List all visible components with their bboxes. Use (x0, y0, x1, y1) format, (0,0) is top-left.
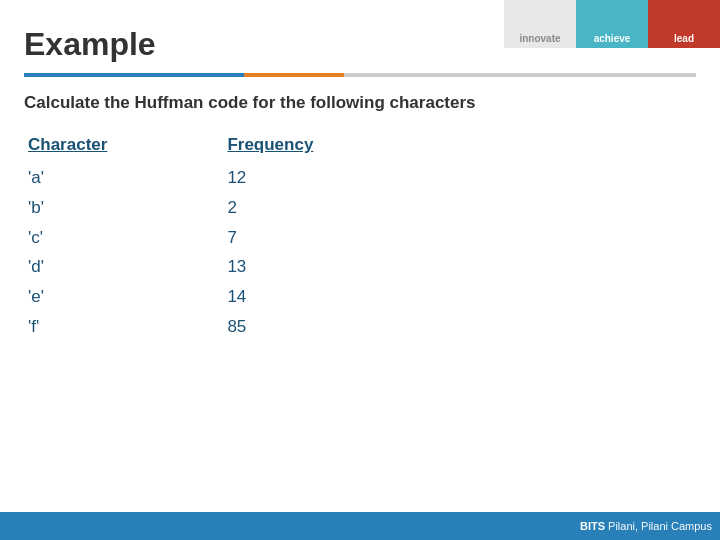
page-title: Example (24, 26, 696, 63)
bottom-bar: BITS Pilani, Pilani Campus (0, 512, 720, 540)
list-item: 14 (227, 282, 313, 312)
frequency-values: 12 2 7 13 14 85 (227, 163, 313, 342)
list-item: 'b' (28, 193, 107, 223)
list-item: 7 (227, 223, 313, 253)
footer: BITS Pilani, Pilani Campus (500, 512, 720, 540)
character-header: Character (28, 135, 107, 155)
bottom-blue (0, 512, 500, 540)
data-table: Character 'a' 'b' 'c' 'd' 'e' 'f' Freque… (28, 135, 696, 342)
character-column: Character 'a' 'b' 'c' 'd' 'e' 'f' (28, 135, 107, 342)
list-item: 12 (227, 163, 313, 193)
divider-gray (344, 73, 696, 77)
list-item: 'c' (28, 223, 107, 253)
frequency-header: Frequency (227, 135, 313, 155)
character-values: 'a' 'b' 'c' 'd' 'e' 'f' (28, 163, 107, 342)
list-item: 85 (227, 312, 313, 342)
list-item: 2 (227, 193, 313, 223)
frequency-column: Frequency 12 2 7 13 14 85 (227, 135, 313, 342)
divider-blue (24, 73, 244, 77)
list-item: 'a' (28, 163, 107, 193)
subtitle: Calculate the Huffman code for the follo… (24, 93, 696, 113)
divider-orange (244, 73, 344, 77)
main-content: Example Calculate the Huffman code for t… (0, 0, 720, 540)
footer-text: BITS Pilani, Pilani Campus (580, 520, 712, 532)
footer-normal: Pilani, Pilani Campus (605, 520, 712, 532)
list-item: 'd' (28, 252, 107, 282)
divider (24, 73, 696, 77)
list-item: 'e' (28, 282, 107, 312)
list-item: 13 (227, 252, 313, 282)
list-item: 'f' (28, 312, 107, 342)
footer-bold: BITS (580, 520, 605, 532)
